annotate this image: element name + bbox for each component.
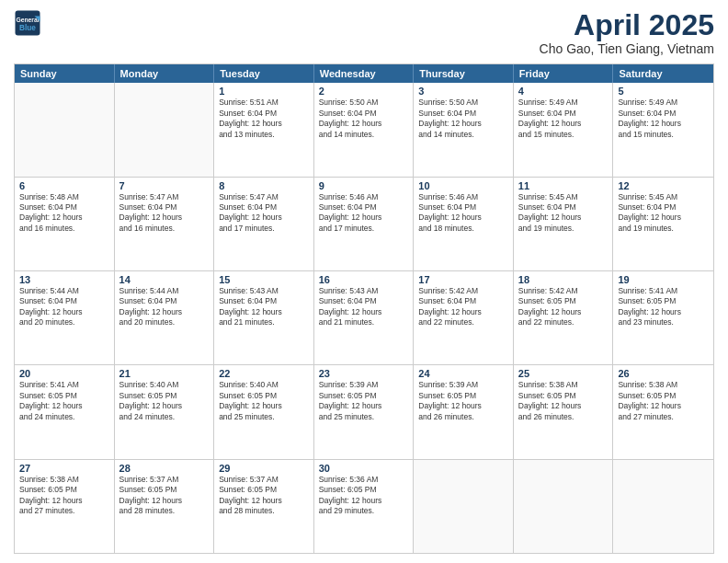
calendar-day-9: 9Sunrise: 5:46 AMSunset: 6:04 PMDaylight… [314, 178, 415, 270]
header-day-saturday: Saturday [613, 64, 713, 83]
day-number: 17 [418, 274, 508, 285]
day-number: 5 [618, 86, 709, 97]
header-day-wednesday: Wednesday [314, 64, 415, 83]
calendar-day-11: 11Sunrise: 5:45 AMSunset: 6:04 PMDayligh… [514, 178, 614, 270]
header-day-thursday: Thursday [414, 64, 514, 83]
day-info: Sunrise: 5:47 AMSunset: 6:04 PMDaylight:… [219, 192, 309, 235]
header-day-sunday: Sunday [15, 64, 115, 83]
calendar-day-20: 20Sunrise: 5:41 AMSunset: 6:05 PMDayligh… [15, 365, 115, 458]
day-number: 16 [319, 274, 409, 285]
day-info: Sunrise: 5:49 AMSunset: 6:04 PMDaylight:… [518, 98, 609, 140]
calendar-day-19: 19Sunrise: 5:41 AMSunset: 6:05 PMDayligh… [613, 271, 713, 364]
day-number: 6 [19, 180, 109, 191]
day-number: 2 [319, 86, 409, 97]
header: General Blue April 2025 Cho Gao, Tien Gi… [14, 9, 714, 56]
day-number: 21 [119, 368, 210, 379]
day-number: 29 [219, 463, 309, 474]
day-info: Sunrise: 5:38 AMSunset: 6:05 PMDaylight:… [618, 380, 709, 422]
day-number: 13 [19, 274, 109, 285]
day-info: Sunrise: 5:46 AMSunset: 6:04 PMDaylight:… [418, 192, 508, 235]
calendar-day-22: 22Sunrise: 5:40 AMSunset: 6:05 PMDayligh… [214, 365, 314, 458]
calendar-day-16: 16Sunrise: 5:43 AMSunset: 6:04 PMDayligh… [314, 271, 415, 364]
day-number: 25 [518, 368, 609, 379]
svg-text:Blue: Blue [19, 24, 36, 32]
calendar-day-3: 3Sunrise: 5:50 AMSunset: 6:04 PMDaylight… [414, 83, 514, 176]
day-number: 3 [418, 86, 508, 97]
day-info: Sunrise: 5:46 AMSunset: 6:04 PMDaylight:… [319, 192, 409, 235]
calendar-day-6: 6Sunrise: 5:48 AMSunset: 6:04 PMDaylight… [15, 178, 115, 270]
day-number: 26 [618, 368, 709, 379]
day-number: 14 [119, 274, 210, 285]
day-number: 9 [319, 180, 409, 191]
day-info: Sunrise: 5:38 AMSunset: 6:05 PMDaylight:… [19, 475, 109, 517]
day-info: Sunrise: 5:51 AMSunset: 6:04 PMDaylight:… [219, 98, 309, 140]
day-number: 4 [518, 86, 609, 97]
calendar-day-2: 2Sunrise: 5:50 AMSunset: 6:04 PMDaylight… [314, 83, 415, 176]
calendar-day-1: 1Sunrise: 5:51 AMSunset: 6:04 PMDaylight… [214, 83, 314, 176]
day-info: Sunrise: 5:50 AMSunset: 6:04 PMDaylight:… [418, 98, 508, 140]
day-info: Sunrise: 5:42 AMSunset: 6:05 PMDaylight:… [518, 286, 609, 328]
day-info: Sunrise: 5:44 AMSunset: 6:04 PMDaylight:… [119, 286, 210, 328]
day-number: 1 [219, 86, 309, 97]
day-number: 27 [19, 463, 109, 474]
day-info: Sunrise: 5:47 AMSunset: 6:04 PMDaylight:… [119, 192, 210, 235]
day-info: Sunrise: 5:43 AMSunset: 6:04 PMDaylight:… [319, 286, 409, 328]
day-number: 28 [119, 463, 210, 474]
calendar-header: SundayMondayTuesdayWednesdayThursdayFrid… [15, 64, 713, 83]
page: General Blue April 2025 Cho Gao, Tien Gi… [0, 0, 728, 563]
day-info: Sunrise: 5:43 AMSunset: 6:04 PMDaylight:… [219, 286, 309, 328]
calendar-day-17: 17Sunrise: 5:42 AMSunset: 6:04 PMDayligh… [414, 271, 514, 364]
calendar-week-1: 1Sunrise: 5:51 AMSunset: 6:04 PMDaylight… [15, 83, 713, 176]
day-info: Sunrise: 5:49 AMSunset: 6:04 PMDaylight:… [618, 98, 709, 140]
day-info: Sunrise: 5:38 AMSunset: 6:05 PMDaylight:… [518, 380, 609, 422]
day-number: 7 [119, 180, 210, 191]
day-number: 30 [319, 463, 409, 474]
header-day-monday: Monday [115, 64, 215, 83]
day-info: Sunrise: 5:40 AMSunset: 6:05 PMDaylight:… [119, 380, 210, 422]
month-title: April 2025 [540, 9, 714, 41]
calendar-week-5: 27Sunrise: 5:38 AMSunset: 6:05 PMDayligh… [15, 459, 713, 553]
calendar-week-3: 13Sunrise: 5:44 AMSunset: 6:04 PMDayligh… [15, 270, 713, 364]
calendar-day-21: 21Sunrise: 5:40 AMSunset: 6:05 PMDayligh… [115, 365, 215, 458]
calendar: SundayMondayTuesdayWednesdayThursdayFrid… [14, 63, 714, 554]
day-info: Sunrise: 5:37 AMSunset: 6:05 PMDaylight:… [119, 475, 210, 517]
calendar-day-12: 12Sunrise: 5:45 AMSunset: 6:04 PMDayligh… [613, 178, 713, 270]
calendar-day-29: 29Sunrise: 5:37 AMSunset: 6:05 PMDayligh… [214, 460, 314, 553]
calendar-body: 1Sunrise: 5:51 AMSunset: 6:04 PMDaylight… [15, 83, 713, 553]
location: Cho Gao, Tien Giang, Vietnam [540, 41, 714, 56]
day-number: 23 [319, 368, 409, 379]
header-day-friday: Friday [514, 64, 614, 83]
calendar-empty-cell [115, 83, 215, 176]
calendar-day-30: 30Sunrise: 5:36 AMSunset: 6:05 PMDayligh… [314, 460, 415, 553]
calendar-day-4: 4Sunrise: 5:49 AMSunset: 6:04 PMDaylight… [514, 83, 614, 176]
calendar-day-7: 7Sunrise: 5:47 AMSunset: 6:04 PMDaylight… [115, 178, 215, 270]
day-number: 15 [219, 274, 309, 285]
calendar-day-14: 14Sunrise: 5:44 AMSunset: 6:04 PMDayligh… [115, 271, 215, 364]
calendar-empty-cell [414, 460, 514, 553]
calendar-week-2: 6Sunrise: 5:48 AMSunset: 6:04 PMDaylight… [15, 177, 713, 270]
day-info: Sunrise: 5:44 AMSunset: 6:04 PMDaylight:… [19, 286, 109, 328]
day-number: 12 [618, 180, 709, 191]
day-number: 22 [219, 368, 309, 379]
day-info: Sunrise: 5:41 AMSunset: 6:05 PMDaylight:… [19, 380, 109, 422]
calendar-day-5: 5Sunrise: 5:49 AMSunset: 6:04 PMDaylight… [613, 83, 713, 176]
day-info: Sunrise: 5:37 AMSunset: 6:05 PMDaylight:… [219, 475, 309, 517]
calendar-day-18: 18Sunrise: 5:42 AMSunset: 6:05 PMDayligh… [514, 271, 614, 364]
header-day-tuesday: Tuesday [214, 64, 314, 83]
day-info: Sunrise: 5:39 AMSunset: 6:05 PMDaylight:… [319, 380, 409, 422]
title-area: April 2025 Cho Gao, Tien Giang, Vietnam [540, 9, 714, 56]
day-info: Sunrise: 5:39 AMSunset: 6:05 PMDaylight:… [418, 380, 508, 422]
logo-icon: General Blue [14, 9, 41, 37]
calendar-day-25: 25Sunrise: 5:38 AMSunset: 6:05 PMDayligh… [514, 365, 614, 458]
day-number: 18 [518, 274, 609, 285]
calendar-week-4: 20Sunrise: 5:41 AMSunset: 6:05 PMDayligh… [15, 364, 713, 458]
day-info: Sunrise: 5:45 AMSunset: 6:04 PMDaylight:… [618, 192, 709, 235]
day-number: 8 [219, 180, 309, 191]
day-info: Sunrise: 5:41 AMSunset: 6:05 PMDaylight:… [618, 286, 709, 328]
day-number: 20 [19, 368, 109, 379]
calendar-empty-cell [613, 460, 713, 553]
day-number: 11 [518, 180, 609, 191]
calendar-day-13: 13Sunrise: 5:44 AMSunset: 6:04 PMDayligh… [15, 271, 115, 364]
day-number: 10 [418, 180, 508, 191]
day-number: 19 [618, 274, 709, 285]
